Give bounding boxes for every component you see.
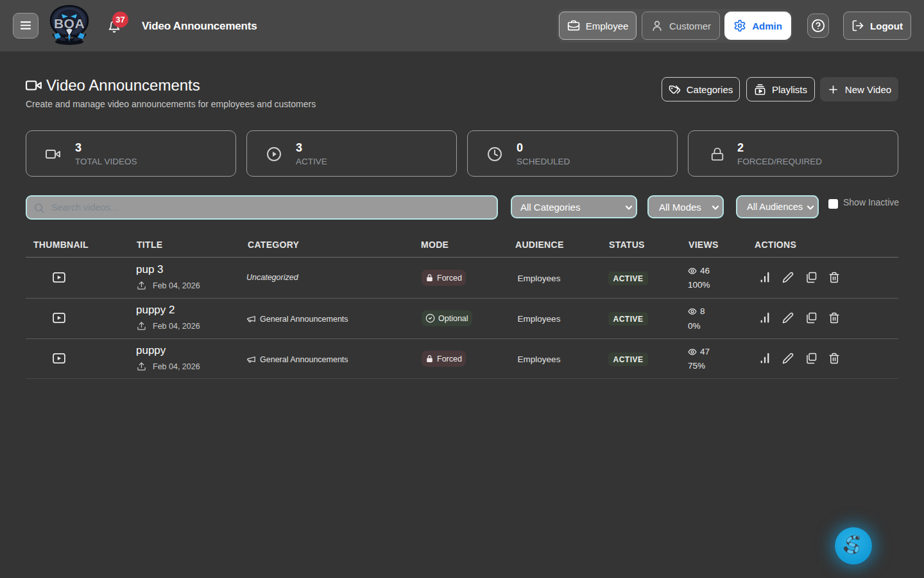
svg-text:BOA: BOA xyxy=(54,16,85,31)
